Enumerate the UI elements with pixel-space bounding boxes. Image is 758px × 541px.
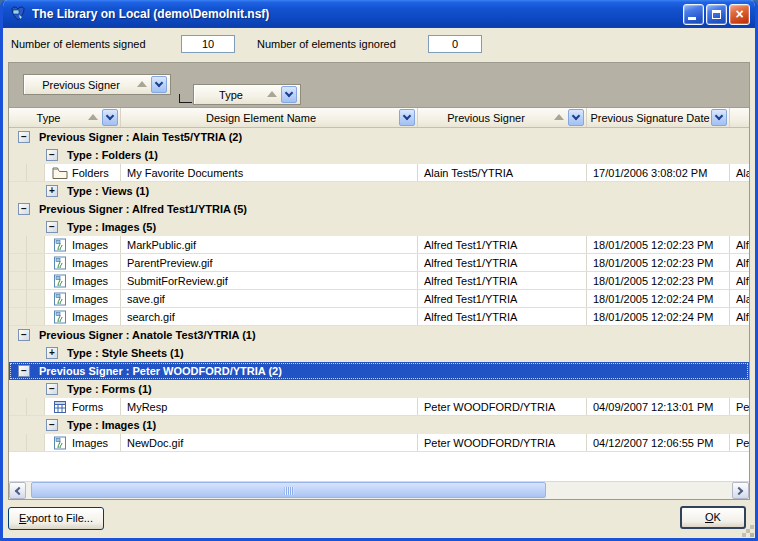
column-header-type[interactable]: Type [9,108,121,127]
expand-icon[interactable]: + [46,185,58,197]
horizontal-scrollbar[interactable] [9,481,749,499]
collapse-icon[interactable]: − [46,419,58,431]
sort-ascending-icon [88,114,98,120]
group-label: Type : Style Sheets (1) [67,347,184,359]
table-row[interactable]: ImagesSubmitForReview.gifAlfred Test1/YT… [9,272,749,290]
group-row-type[interactable]: −Type : Forms (1) [9,380,749,398]
chevron-down-icon [572,112,580,120]
signed-count-label: Number of elements signed [11,38,146,50]
group-label: Previous Signer : Alain Test5/YTRIA (2) [39,131,242,143]
form-icon [52,400,68,414]
column-header-design-element-name[interactable]: Design Element Name [121,108,418,127]
group-row-type[interactable]: +Type : Style Sheets (1) [9,344,749,362]
column-filter-button[interactable] [711,109,727,126]
ignored-count-value: 0 [428,35,482,53]
dialog-window: The Library on Local (demo\DemoInit.nsf)… [0,0,758,541]
column-filter-button[interactable] [399,109,415,126]
collapse-icon[interactable]: − [46,383,58,395]
design-element-name-cell: My Favorite Documents [121,164,418,181]
group-row-previous-signer[interactable]: −Previous Signer : Alfred Test1/YTRIA (5… [9,200,749,218]
group-by-previous-signer[interactable]: Previous Signer [23,74,171,95]
dialog-client-area: Number of elements signed 10 Number of e… [3,28,755,538]
previous-signature-date-cell: 04/12/2007 12:06:55 PM [587,434,730,451]
collapse-icon[interactable]: − [18,329,30,341]
results-panel: Previous Signer Type TypeDesign Element … [8,62,750,500]
table-row[interactable]: Imagessave.gifAlfred Test1/YTRIA18/01/20… [9,290,749,308]
collapse-icon[interactable]: − [18,365,30,377]
table-row[interactable]: ImagesMarkPublic.gifAlfred Test1/YTRIA18… [9,236,749,254]
group-label: Type : Forms (1) [67,383,152,395]
design-element-name-cell: MarkPublic.gif [121,236,418,253]
scrollbar-track[interactable] [26,482,732,499]
design-element-name-cell: save.gif [121,290,418,307]
type-label: Images [72,311,108,323]
group-dropdown-button[interactable] [281,86,297,103]
collapse-icon[interactable]: − [46,221,58,233]
type-label: Forms [72,401,103,413]
group-row-type[interactable]: −Type : Images (1) [9,416,749,434]
scroll-left-button[interactable] [9,482,26,499]
sort-ascending-icon [554,114,564,120]
group-by-type[interactable]: Type [193,84,301,105]
group-row-previous-signer[interactable]: −Previous Signer : Anatole Test3/YTRIA (… [9,326,749,344]
table-row[interactable]: FoldersMy Favorite DocumentsAlain Test5/… [9,164,749,182]
type-cell: Images [45,308,121,325]
table-row[interactable]: ImagesParentPreview.gifAlfred Test1/YTRI… [9,254,749,272]
scrollbar-thumb[interactable] [31,482,546,498]
maximize-button[interactable] [706,4,727,25]
export-to-file-button[interactable]: Export to File... [8,507,104,530]
table-row[interactable]: FormsMyRespPeter WOODFORD/YTRIA04/09/200… [9,398,749,416]
image-icon [52,274,68,288]
resize-grip[interactable] [750,533,754,537]
image-icon [52,292,68,306]
scroll-right-button[interactable] [732,482,749,499]
title-bar[interactable]: The Library on Local (demo\DemoInit.nsf)… [0,0,758,28]
clipped-cell: Pet [730,434,749,451]
column-header-label: Previous Signature Date [589,112,711,124]
collapse-icon[interactable]: − [18,131,30,143]
signed-count-value: 10 [181,35,235,53]
type-label: Images [72,437,108,449]
column-filter-button[interactable] [102,109,118,126]
column-header-previous-signature-date[interactable]: Previous Signature Date [587,108,730,127]
type-cell: Forms [45,398,121,415]
group-row-previous-signer[interactable]: −Previous Signer : Peter WOODFORD/YTRIA … [9,362,749,380]
group-by-label: Previous Signer [27,79,135,91]
table-row[interactable]: ImagesNewDoc.gifPeter WOODFORD/YTRIA04/1… [9,434,749,452]
group-by-band: Previous Signer Type [9,63,749,108]
collapse-icon[interactable]: − [46,149,58,161]
minimize-button[interactable] [683,4,704,25]
type-cell: Folders [45,164,121,181]
group-row-type[interactable]: +Type : Views (1) [9,182,749,200]
collapse-icon[interactable]: − [18,203,30,215]
group-label: Type : Folders (1) [67,149,158,161]
column-header-label: Design Element Name [123,112,399,124]
column-header-label: Previous Signer [420,112,552,124]
app-icon [10,6,27,22]
type-cell: Images [45,254,121,271]
table-row[interactable]: Imagessearch.gifAlfred Test1/YTRIA18/01/… [9,308,749,326]
column-header-previous-signer[interactable]: Previous Signer [418,108,587,127]
indent-guide [27,254,45,271]
group-label: Type : Images (1) [67,419,156,431]
group-row-previous-signer[interactable]: −Previous Signer : Alain Test5/YTRIA (2) [9,128,749,146]
group-row-type[interactable]: −Type : Folders (1) [9,146,749,164]
ignored-count-label: Number of elements ignored [257,38,396,50]
previous-signature-date-cell: 04/09/2007 12:13:01 PM [587,398,730,415]
indent-guide [9,290,27,307]
previous-signer-cell: Alfred Test1/YTRIA [418,308,587,325]
type-cell: Images [45,434,121,451]
column-filter-button[interactable] [568,109,584,126]
indent-guide [27,308,45,325]
image-icon [52,256,68,270]
group-dropdown-button[interactable] [151,76,167,93]
table-body: −Previous Signer : Alain Test5/YTRIA (2)… [9,128,749,481]
design-element-name-cell: ParentPreview.gif [121,254,418,271]
design-element-name-cell: NewDoc.gif [121,434,418,451]
close-button[interactable]: × [729,4,750,25]
expand-icon[interactable]: + [46,347,58,359]
group-row-type[interactable]: −Type : Images (5) [9,218,749,236]
clipped-cell: Pet [730,398,749,415]
previous-signer-cell: Alain Test5/YTRIA [418,164,587,181]
ok-button[interactable]: OK [680,506,746,529]
